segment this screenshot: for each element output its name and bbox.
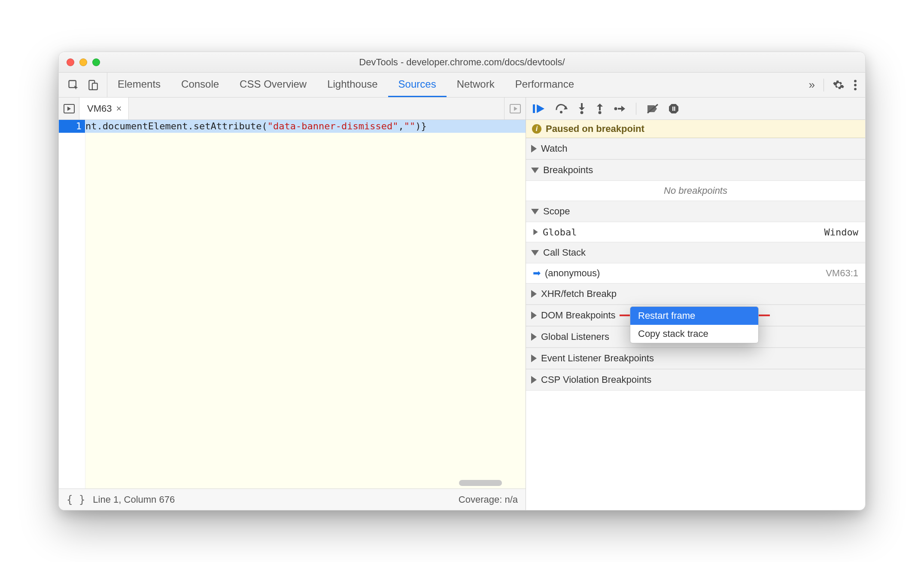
section-dom-label: DOM Breakpoints: [541, 310, 616, 321]
coverage-status: Coverage: n/a: [459, 494, 518, 505]
cursor-position: Line 1, Column 676: [93, 494, 175, 505]
debugger-pane: i Paused on breakpoint Watch Breakpoints…: [526, 98, 865, 510]
section-csp-label: CSP Violation Breakpoints: [541, 374, 651, 385]
code-string: "": [404, 121, 416, 131]
paused-label: Paused on breakpoint: [546, 123, 644, 134]
expand-triangle-icon: [531, 333, 537, 341]
svg-rect-17: [672, 107, 674, 111]
collapse-triangle-icon: [531, 168, 539, 173]
svg-rect-8: [533, 104, 535, 113]
section-scope[interactable]: Scope: [526, 201, 865, 222]
step-out-icon[interactable]: [596, 103, 604, 114]
section-callstack-label: Call Stack: [543, 247, 586, 258]
code-area[interactable]: nt.documentElement.setAttribute("data-ba…: [85, 120, 526, 489]
code-token: )}: [415, 121, 427, 131]
collapse-triangle-icon: [531, 209, 539, 214]
editor-empty-area: [85, 133, 526, 489]
tab-sources[interactable]: Sources: [388, 73, 447, 97]
expand-triangle-icon: [531, 354, 537, 362]
section-scope-label: Scope: [543, 206, 570, 217]
expand-triangle-icon: [531, 376, 537, 384]
file-tab-row: VM63 ×: [59, 98, 526, 120]
callstack-frame-location: VM63:1: [826, 268, 858, 279]
info-icon: i: [532, 124, 541, 134]
scope-global-row[interactable]: Global Window: [526, 222, 865, 242]
tab-console[interactable]: Console: [171, 73, 229, 97]
devtools-window: DevTools - developer.chrome.com/docs/dev…: [58, 52, 866, 510]
sources-panel: VM63 × 1 nt.: [59, 98, 865, 510]
svg-point-14: [614, 107, 617, 110]
svg-point-12: [599, 111, 602, 114]
current-frame-arrow-icon: ➡: [533, 268, 541, 279]
context-menu-copy-stack-trace[interactable]: Copy stack trace: [630, 325, 758, 343]
section-breakpoints[interactable]: Breakpoints: [526, 159, 865, 181]
expand-triangle-icon: [531, 290, 537, 298]
inspect-element-icon[interactable]: [67, 79, 79, 91]
section-watch[interactable]: Watch: [526, 138, 865, 159]
expand-triangle-icon: [531, 312, 537, 319]
section-xhr-breakpoints[interactable]: XHR/fetch Breakp: [526, 283, 865, 305]
section-event-listener-breakpoints[interactable]: Event Listener Breakpoints: [526, 348, 865, 369]
code-line-1[interactable]: nt.documentElement.setAttribute("data-ba…: [85, 120, 526, 133]
section-global-listeners-label: Global Listeners: [541, 331, 609, 342]
section-watch-label: Watch: [541, 143, 568, 154]
code-editor[interactable]: 1 nt.documentElement.setAttribute("data-…: [59, 120, 526, 489]
svg-point-5: [854, 88, 857, 90]
context-menu-restart-frame[interactable]: Restart frame: [630, 307, 758, 325]
code-string: "data-banner-dismissed": [267, 121, 398, 131]
debugger-toolbar: [526, 98, 865, 120]
section-breakpoints-label: Breakpoints: [543, 165, 593, 176]
file-tab-vm63[interactable]: VM63 ×: [79, 98, 129, 119]
collapse-triangle-icon: [531, 250, 539, 256]
device-toolbar-icon[interactable]: [87, 79, 98, 91]
svg-rect-18: [674, 107, 675, 111]
expand-triangle-icon: [533, 229, 538, 235]
resume-script-icon[interactable]: [533, 103, 546, 114]
line-gutter: 1: [59, 120, 85, 489]
close-file-tab-icon[interactable]: ×: [116, 103, 122, 114]
line-number: 1: [59, 120, 85, 133]
tab-css-overview[interactable]: CSS Overview: [229, 73, 317, 97]
expand-triangle-icon: [531, 145, 537, 153]
pretty-print-icon[interactable]: { }: [67, 494, 85, 506]
step-over-icon[interactable]: [555, 104, 568, 114]
step-into-icon[interactable]: [578, 103, 586, 114]
tab-network[interactable]: Network: [447, 73, 505, 97]
panel-tabs: Elements Console CSS Overview Lighthouse…: [107, 73, 584, 97]
section-xhr-label: XHR/fetch Breakp: [541, 288, 617, 299]
run-snippet-icon[interactable]: [504, 98, 526, 119]
section-callstack[interactable]: Call Stack: [526, 242, 865, 263]
step-icon[interactable]: [614, 104, 626, 113]
svg-point-10: [581, 111, 584, 114]
navigator-toggle-icon[interactable]: [59, 98, 79, 119]
section-event-listener-label: Event Listener Breakpoints: [541, 353, 654, 364]
svg-point-9: [560, 111, 562, 113]
file-tab-label: VM63: [87, 103, 112, 114]
scope-global-value: Window: [824, 227, 858, 238]
tab-elements[interactable]: Elements: [107, 73, 171, 97]
editor-statusbar: { } Line 1, Column 676 Coverage: n/a: [59, 489, 526, 510]
callstack-frame[interactable]: ➡ (anonymous) VM63:1: [526, 263, 865, 283]
code-token: nt.documentElement.setAttribute(: [85, 121, 267, 131]
editor-pane: VM63 × 1 nt.: [59, 98, 526, 510]
svg-point-3: [854, 79, 857, 82]
more-menu-icon[interactable]: [853, 79, 857, 91]
tab-lighthouse[interactable]: Lighthouse: [317, 73, 388, 97]
horizontal-scrollbar-thumb[interactable]: [459, 480, 502, 486]
section-csp-breakpoints[interactable]: CSP Violation Breakpoints: [526, 369, 865, 391]
code-token: ,: [398, 121, 404, 131]
breakpoints-empty: No breakpoints: [526, 181, 865, 201]
deactivate-breakpoints-icon[interactable]: [647, 104, 659, 114]
window-title: DevTools - developer.chrome.com/docs/dev…: [59, 57, 865, 68]
paused-banner: i Paused on breakpoint: [526, 120, 865, 138]
callstack-context-menu: Restart frame Copy stack trace: [630, 306, 759, 343]
main-tabstrip: Elements Console CSS Overview Lighthouse…: [59, 73, 865, 98]
svg-rect-2: [92, 83, 97, 89]
tab-performance[interactable]: Performance: [505, 73, 584, 97]
tabs-overflow-icon[interactable]: »: [809, 78, 815, 92]
callstack-frame-name: (anonymous): [545, 268, 600, 279]
pause-on-exceptions-icon[interactable]: [668, 103, 679, 114]
titlebar: DevTools - developer.chrome.com/docs/dev…: [59, 52, 865, 73]
settings-gear-icon[interactable]: [833, 79, 845, 91]
scope-global-label: Global: [543, 227, 577, 238]
